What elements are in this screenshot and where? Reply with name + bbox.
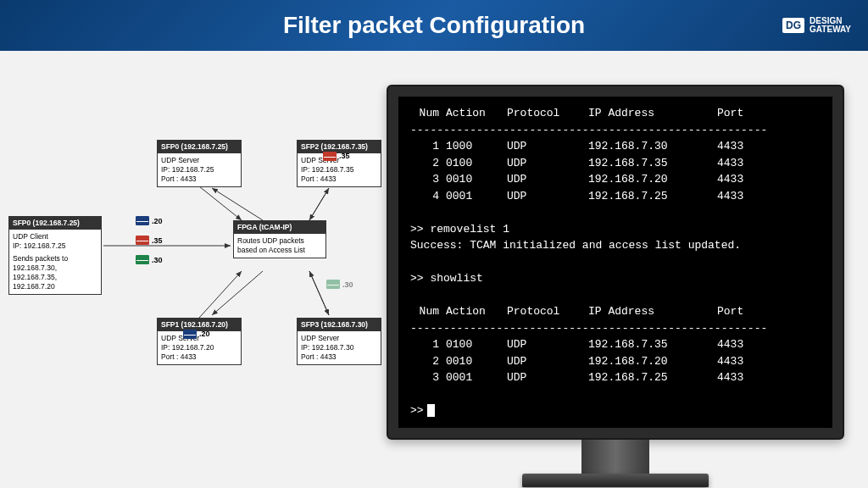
- monitor-bezel: NumActionProtocolIP AddressPort---------…: [387, 85, 844, 440]
- envelope-label: .20: [152, 217, 163, 225]
- msg-success: Success: TCAM initialized and access lis…: [410, 237, 821, 254]
- envelope-icon: [323, 152, 337, 161]
- node-client-note: Sends packets to: [13, 254, 97, 263]
- page-title: Filter packet Configuration: [283, 12, 585, 39]
- header: Filter packet Configuration DG DESIGN GA…: [0, 0, 868, 51]
- node-sfp3: SFP3 (192.168.7.30) UDP Server IP: 192.1…: [297, 318, 381, 365]
- node-sfp1: SFP1 (192.168.7.20) UDP Server IP: 192.1…: [157, 318, 242, 365]
- node-sfp3-role: UDP Server: [301, 334, 377, 343]
- envelope-label: .35: [339, 152, 350, 162]
- divider: ----------------------------------------…: [410, 122, 821, 139]
- envelope-sfp1: .20: [183, 330, 210, 340]
- node-sfp0-role: UDP Server: [161, 156, 237, 165]
- node-sfp2-port: Port : 4433: [301, 175, 377, 184]
- monitor-stand-neck: [581, 440, 649, 474]
- node-fpga-desc: Routes UDP packets based on Access List: [234, 234, 326, 258]
- envelope-icon: [136, 216, 149, 225]
- svg-line-5: [309, 188, 329, 220]
- terminal[interactable]: NumActionProtocolIP AddressPort---------…: [398, 97, 832, 428]
- logo-icon: DG: [782, 18, 804, 33]
- svg-line-4: [309, 188, 329, 220]
- node-sfp2: SFP2 (192.168.7.35) UDP Server IP: 192.1…: [297, 140, 381, 187]
- node-sfp1-ip: IP: 192.168.7.20: [161, 343, 237, 352]
- node-sfp0-title: SFP0 (192.168.7.25): [158, 141, 241, 153]
- envelope-faded: .30: [326, 280, 353, 289]
- content: SFP0 (192.168.7.25) UDP Client IP: 192.1…: [0, 51, 868, 488]
- brand-line2: GATEWAY: [810, 25, 851, 34]
- envelope-icon: [326, 280, 340, 289]
- svg-line-7: [309, 271, 329, 315]
- svg-line-2: [199, 271, 242, 318]
- node-client-role: UDP Client: [13, 232, 97, 241]
- envelope-label: .35: [152, 236, 163, 245]
- envelope-green: .30: [136, 255, 163, 264]
- node-client-dest1: 192.168.7.30,: [13, 263, 97, 273]
- monitor-stand-base: [522, 474, 709, 487]
- envelope-label: .30: [342, 280, 353, 289]
- svg-line-8: [212, 188, 263, 220]
- table1-header: NumActionProtocolIP AddressPort: [410, 105, 821, 122]
- table-row: 20100UDP192.168.7.354433: [410, 155, 821, 172]
- node-client-dest3: 192.168.7.20: [13, 282, 97, 291]
- node-sfp0: SFP0 (192.168.7.25) UDP Server IP: 192.1…: [157, 140, 242, 187]
- table-row: 30001UDP192.168.7.254433: [410, 369, 821, 386]
- node-sfp3-ip: IP: 192.168.7.30: [301, 343, 377, 352]
- node-sfp0-port: Port : 4433: [161, 175, 237, 184]
- monitor: NumActionProtocolIP AddressPort---------…: [387, 85, 844, 487]
- envelope-icon: [136, 236, 149, 245]
- envelope-sfp2: .35: [323, 152, 350, 162]
- table1-rows: 11000UDP192.168.7.30443320100UDP192.168.…: [410, 138, 821, 204]
- table-row: 40001UDP192.168.7.254433: [410, 188, 821, 205]
- table-row: 20010UDP192.168.7.204433: [410, 353, 821, 370]
- table-row: 10100UDP192.168.7.354433: [410, 336, 821, 353]
- cmd-showlist: >> showlist: [410, 270, 821, 287]
- node-fpga: FPGA (tCAM-IP) Routes UDP packets based …: [233, 220, 326, 258]
- table-row: 11000UDP192.168.7.304433: [410, 138, 821, 155]
- envelope-label: .20: [199, 330, 210, 340]
- node-sfp1-port: Port : 4433: [161, 352, 237, 362]
- node-client-ip: IP: 192.168.7.25: [13, 241, 97, 251]
- svg-line-9: [212, 271, 263, 315]
- svg-line-6: [309, 271, 329, 315]
- envelope-blue: .20: [136, 216, 163, 225]
- node-client-dest2: 192.168.7.35,: [13, 273, 97, 282]
- node-client-title: SFP0 (192.168.7.25): [9, 217, 101, 230]
- node-fpga-title: FPGA (tCAM-IP): [234, 221, 326, 234]
- prompt: >>: [410, 404, 424, 417]
- network-diagram: SFP0 (192.168.7.25) UDP Client IP: 192.1…: [8, 119, 398, 390]
- envelope-red: .35: [136, 236, 163, 245]
- envelope-label: .30: [152, 256, 163, 264]
- node-client: SFP0 (192.168.7.25) UDP Client IP: 192.1…: [8, 216, 102, 295]
- cmd-removelist: >> removelist 1: [410, 221, 821, 238]
- divider: ----------------------------------------…: [410, 320, 821, 337]
- envelope-icon: [136, 255, 149, 264]
- svg-line-1: [199, 186, 242, 220]
- table-row: 30010UDP192.168.7.204433: [410, 171, 821, 188]
- cursor: [427, 404, 435, 417]
- node-sfp3-title: SFP3 (192.168.7.30): [298, 319, 381, 331]
- node-sfp2-ip: IP: 192.168.7.35: [301, 165, 377, 175]
- table2-rows: 10100UDP192.168.7.35443320010UDP192.168.…: [410, 336, 821, 386]
- envelope-icon: [183, 330, 197, 339]
- brand-logo: DG DESIGN GATEWAY: [782, 17, 851, 34]
- table2-header: NumActionProtocolIP AddressPort: [410, 303, 821, 320]
- node-sfp3-port: Port : 4433: [301, 352, 377, 362]
- node-sfp0-ip: IP: 192.168.7.25: [161, 165, 237, 175]
